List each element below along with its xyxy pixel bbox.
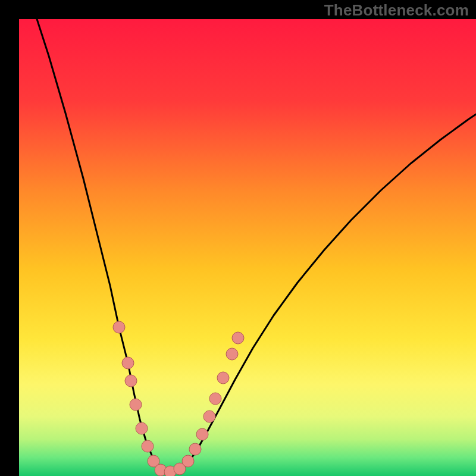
marker-dot: [113, 321, 125, 333]
watermark-text: TheBottleneck.com: [324, 1, 469, 20]
marker-dot: [182, 455, 194, 467]
marker-dot: [136, 422, 148, 434]
marker-dot: [125, 375, 137, 387]
chart-svg: [0, 0, 476, 476]
marker-dot: [189, 443, 201, 455]
marker-dot: [142, 440, 154, 452]
marker-dot: [209, 393, 221, 405]
marker-dot: [203, 411, 215, 422]
marker-dot: [217, 372, 229, 384]
marker-dot: [130, 399, 142, 411]
marker-dot: [226, 348, 238, 360]
marker-dot: [232, 332, 244, 344]
marker-dot: [122, 357, 134, 369]
marker-dot: [196, 428, 208, 440]
plot-background: [19, 19, 476, 476]
chart-stage: TheBottleneck.com: [0, 0, 476, 476]
